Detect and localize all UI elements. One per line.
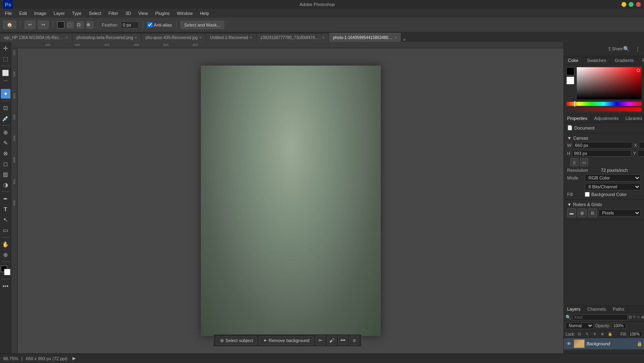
lock-position-btn[interactable]: ✛ [592, 331, 598, 337]
menu-view[interactable]: View [135, 10, 151, 16]
alpha-bar[interactable] [566, 107, 642, 111]
layer-background-row[interactable]: 👁 Background 🔒 [564, 338, 644, 349]
feather-input[interactable] [121, 21, 139, 29]
ruler-icon-3[interactable]: ⊟ [588, 208, 597, 217]
refine-button[interactable]: ✂ [316, 336, 325, 345]
document-header[interactable]: 📄 Document [564, 124, 644, 131]
tab-close-tab6[interactable]: × [394, 35, 397, 40]
eraser-tool[interactable]: ◻ [1, 159, 10, 169]
settings-button[interactable]: ≡ [349, 336, 359, 345]
select-and-mask-button[interactable]: Select and Mask... [180, 21, 224, 29]
properties-tab[interactable]: Properties [564, 114, 591, 122]
healing-tool[interactable]: ⊕ [1, 128, 10, 137]
menu-plugins[interactable]: Plugins [152, 10, 173, 16]
more-icon-btn[interactable]: ⋮ [633, 44, 642, 54]
ruler-icon-1[interactable]: ▬ [567, 208, 576, 217]
minimize-button[interactable] [621, 2, 626, 7]
tab-tab2[interactable]: photoshop-beta-Recovered.png× [72, 33, 142, 42]
type-tool[interactable]: T [1, 204, 10, 214]
background-color[interactable] [4, 269, 10, 275]
menu-select[interactable]: Select [86, 10, 105, 16]
menu-type[interactable]: Type [69, 10, 85, 16]
tab-close-tab5[interactable]: × [322, 35, 324, 40]
fill-layer-input[interactable] [628, 331, 642, 337]
tab-close-tab4[interactable]: × [250, 35, 252, 40]
menu-3d[interactable]: 3D [122, 10, 134, 16]
menu-filter[interactable]: Filter [105, 10, 121, 16]
layer-visibility-eye[interactable]: 👁 [566, 340, 572, 347]
magic-wand-tool[interactable]: ✦ [1, 89, 10, 99]
eyedropper-tool[interactable]: 💉 [1, 113, 10, 123]
color-gradient[interactable] [577, 67, 642, 99]
menu-layer[interactable]: Layer [50, 10, 68, 16]
bits-dropdown[interactable]: 8 Bits/Channel [585, 183, 641, 190]
brush-tool[interactable]: ✎ [1, 138, 10, 148]
zoom-tool[interactable]: ⊕ [1, 250, 10, 260]
remove-background-button[interactable]: ✦ Remove background [259, 336, 314, 345]
menu-window[interactable]: Window [174, 10, 196, 16]
tab-tab5[interactable]: z3928108777780_73c80df474489be28bf638033… [256, 33, 329, 42]
bg-color-btn[interactable] [57, 21, 64, 29]
layers-search-input[interactable] [572, 314, 627, 320]
tab-close-tab2[interactable]: × [135, 35, 137, 40]
paths-tab[interactable]: Paths [610, 305, 628, 313]
color-tab[interactable]: Color [564, 56, 583, 64]
channels-tab[interactable]: Channels [584, 305, 609, 313]
tool-option-2[interactable]: ⊡ [76, 21, 84, 29]
home-button[interactable]: 🏠 [3, 21, 16, 29]
clone-tool[interactable]: ⊗ [1, 148, 10, 158]
marquee-tool[interactable]: ⬜ [1, 68, 10, 78]
fg-swatch[interactable] [566, 67, 574, 75]
filter-icon-1[interactable]: ⊡ [629, 314, 632, 320]
patterns-tab[interactable]: Patterns [638, 56, 644, 64]
paint-button[interactable]: 🖌 [327, 336, 336, 345]
portrait-btn[interactable]: ▯ [570, 158, 578, 166]
rulers-header[interactable]: ▼ Rulers & Grids [564, 201, 644, 208]
tab-close-tab1[interactable]: × [66, 35, 68, 40]
path-tool[interactable]: ↖ [1, 215, 10, 225]
menu-image[interactable]: Image [31, 10, 50, 16]
more-options-button[interactable]: ••• [338, 336, 348, 345]
adjustments-tab[interactable]: Adjustments [591, 114, 622, 122]
more-tools[interactable]: ••• [1, 281, 10, 291]
hue-bar[interactable] [566, 102, 642, 106]
lock-transparent-btn[interactable]: ⊡ [576, 331, 583, 337]
gradient-tool[interactable]: ▥ [1, 169, 10, 179]
swatches-tab[interactable]: Swatches [583, 56, 611, 64]
canvas-w-input[interactable] [573, 142, 632, 148]
anti-alias-label[interactable]: Anti-alias [147, 22, 172, 27]
filter-icon-3[interactable]: ☆ [637, 314, 640, 320]
tab-tab3[interactable]: phu-quoc-435-Recovered.jpg× [142, 33, 206, 42]
rulers-unit-dropdown[interactable]: Pixels [599, 209, 641, 217]
canvas-h-input[interactable] [572, 150, 632, 157]
lock-image-btn[interactable]: ✎ [584, 331, 590, 337]
maximize-button[interactable] [629, 2, 634, 7]
ruler-icon-2[interactable]: ⊞ [578, 208, 586, 217]
canvas-area[interactable]: 100 200 300 400 500 600 1002003004005006… [11, 42, 564, 353]
tab-close-tab3[interactable]: × [199, 35, 202, 40]
tool-option-3[interactable]: ⊗ [86, 21, 93, 29]
layers-mode-dropdown[interactable]: Normal [566, 322, 594, 329]
bg-swatch[interactable] [566, 76, 574, 85]
canvas-y-input[interactable] [638, 150, 644, 157]
canvas-x-input[interactable] [639, 142, 644, 148]
menu-edit[interactable]: Edit [16, 10, 30, 16]
tab-tab6[interactable]: photo-1-164059954415863480657 6.jpg @ 88… [329, 33, 401, 42]
hand-tool[interactable]: ✋ [1, 239, 10, 249]
pen-tool[interactable]: ✒ [1, 194, 10, 204]
anti-alias-checkbox[interactable] [147, 22, 153, 27]
select-subject-button[interactable]: ⊛ Select subject [216, 336, 257, 345]
gradients-tab[interactable]: Gradients [611, 56, 638, 64]
layers-tab[interactable]: Layers [564, 305, 584, 313]
filter-icon-4[interactable]: ⊕ [641, 314, 644, 320]
search-icon-btn[interactable]: 🔍 [621, 44, 631, 54]
undo-button[interactable]: ↩ [25, 21, 35, 29]
shape-tool[interactable]: ▭ [1, 225, 10, 235]
tab-tab4[interactable]: Untitled-1-Recovered× [206, 33, 256, 42]
share-button[interactable]: ⇪ Share [610, 44, 620, 54]
dodge-tool[interactable]: ◑ [1, 180, 10, 190]
tab-tab1[interactable]: wjc_HP 136A W1360A (4)-Recovered.jpg× [0, 33, 72, 42]
artboard-tool[interactable]: ⬚ [1, 54, 10, 64]
canvas-header[interactable]: ▼ Canvas [564, 135, 644, 141]
redo-button[interactable]: ↪ [38, 21, 49, 29]
